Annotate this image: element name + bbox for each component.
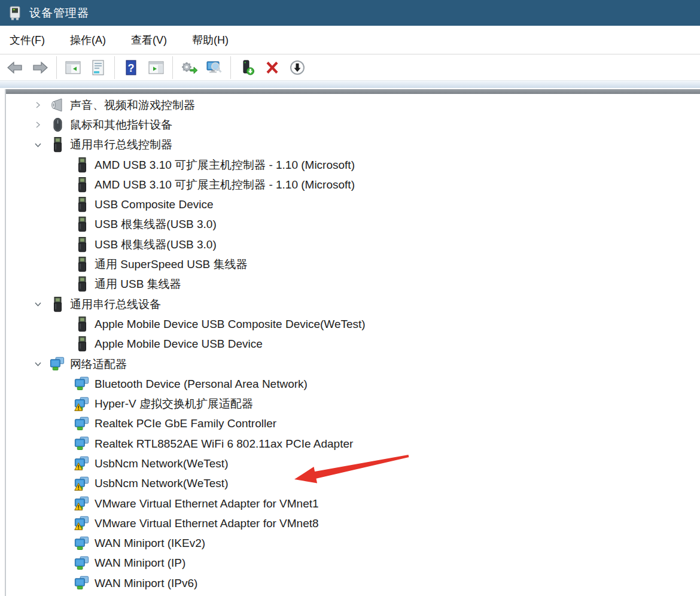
network-warning-icon: [74, 495, 90, 512]
tree-device-row[interactable]: Bluetooth Device (Personal Area Network): [6, 374, 700, 394]
properties-icon: [89, 59, 107, 77]
tree-device-row[interactable]: WAN Miniport (IKEv2): [6, 534, 700, 554]
device-label: WAN Miniport (IP): [95, 557, 185, 570]
device-label: Realtek RTL8852AE WiFi 6 802.11ax PCIe A…: [95, 437, 353, 451]
console-tree-icon: [64, 59, 82, 77]
tree-category-row[interactable]: 声音、视频和游戏控制器: [6, 95, 700, 115]
tree-category-row[interactable]: 通用串行总线设备: [6, 294, 700, 314]
add-drivers-icon: [238, 59, 256, 77]
device-label: 通用串行总线控制器: [70, 137, 172, 153]
forward-button[interactable]: [28, 56, 53, 80]
uninstall-device-icon: [263, 59, 281, 77]
toolbar-separator: [172, 56, 173, 79]
chevron-right-icon[interactable]: [32, 120, 42, 130]
network-icon: [74, 435, 90, 452]
device-tree: 声音、视频和游戏控制器鼠标和其他指针设备通用串行总线控制器AMD USB 3.1…: [6, 94, 700, 596]
device-label: USB 根集线器(USB 3.0): [95, 237, 217, 253]
tree-device-row[interactable]: USB 根集线器(USB 3.0): [6, 235, 700, 254]
device-label: WAN Miniport (IKEv2): [95, 537, 205, 550]
usb-icon: [74, 196, 90, 214]
help-button[interactable]: ?: [118, 56, 144, 80]
tree-device-row[interactable]: USB Composite Device: [6, 194, 700, 214]
network-icon: [74, 574, 90, 592]
device-label: 鼠标和其他指针设备: [70, 117, 172, 133]
disable-device-icon: [288, 59, 306, 77]
device-label: VMware Virtual Ethernet Adapter for VMne…: [95, 517, 319, 530]
properties-button[interactable]: [86, 56, 111, 80]
update-driver-button[interactable]: [176, 56, 202, 80]
title-bar: 设备管理器: [0, 0, 700, 26]
usb-icon: [74, 315, 90, 333]
usb-icon: [50, 296, 65, 313]
scan-hardware-changes-button[interactable]: [202, 56, 227, 80]
mouse-icon: [50, 116, 65, 133]
device-tree-panel: 声音、视频和游戏控制器鼠标和其他指针设备通用串行总线控制器AMD USB 3.1…: [0, 89, 700, 596]
chevron-down-icon[interactable]: [32, 299, 42, 309]
network-icon: [74, 375, 90, 393]
tree-device-row[interactable]: AMD USB 3.10 可扩展主机控制器 - 1.10 (Microsoft): [6, 175, 700, 194]
network-icon: [74, 535, 90, 552]
usb-icon: [74, 276, 90, 293]
window-title: 设备管理器: [29, 5, 89, 21]
usb-icon: [50, 136, 65, 154]
tree-device-row[interactable]: Realtek PCIe GbE Family Controller: [6, 414, 700, 434]
network-warning-icon: [74, 475, 90, 492]
device-label: WAN Miniport (IPv6): [95, 577, 197, 590]
speaker-icon: [50, 96, 65, 114]
tree-device-row[interactable]: VMware Virtual Ethernet Adapter for VMne…: [6, 513, 700, 533]
tree-device-row[interactable]: VMware Virtual Ethernet Adapter for VMne…: [6, 494, 700, 513]
tree-device-row[interactable]: Hyper-V 虚拟交换机扩展适配器: [6, 394, 700, 413]
tree-device-row[interactable]: 通用 USB 集线器: [6, 275, 700, 294]
forward-icon: [31, 59, 49, 77]
network-icon: [74, 415, 90, 433]
device-label: 声音、视频和游戏控制器: [70, 98, 195, 113]
show-hide-console-tree-button[interactable]: [60, 56, 86, 80]
menu-view[interactable]: 查看(V): [127, 30, 171, 50]
usb-icon: [74, 176, 90, 193]
menu-bar: 文件(F)操作(A)查看(V)帮助(H): [0, 26, 700, 54]
tree-device-row[interactable]: AMD USB 3.10 可扩展主机控制器 - 1.10 (Microsoft): [6, 155, 700, 175]
tree-category-row[interactable]: 通用串行总线控制器: [6, 135, 700, 155]
tree-device-row[interactable]: Apple Mobile Device USB Composite Device…: [6, 314, 700, 334]
menu-action[interactable]: 操作(A): [66, 30, 109, 50]
device-label: Hyper-V 虚拟交换机扩展适配器: [95, 396, 253, 412]
toolbar-separator: [56, 56, 57, 79]
tree-device-row[interactable]: UsbNcm Network(WeTest): [6, 474, 700, 494]
svg-text:?: ?: [128, 62, 135, 74]
network-icon: [74, 555, 90, 572]
tree-device-row[interactable]: 通用 SuperSpeed USB 集线器: [6, 254, 700, 274]
toolbar: ?: [0, 54, 700, 80]
menu-help[interactable]: 帮助(H): [188, 30, 232, 50]
show-hide-action-pane-button[interactable]: [144, 56, 169, 80]
tree-category-row[interactable]: 鼠标和其他指针设备: [6, 115, 700, 135]
usb-icon: [74, 336, 90, 353]
tree-device-row[interactable]: Realtek RTL8852AE WiFi 6 802.11ax PCIe A…: [6, 434, 700, 454]
menu-file[interactable]: 文件(F): [6, 30, 48, 50]
tree-device-row[interactable]: Apple Mobile Device USB Device: [6, 335, 700, 354]
uninstall-device-button[interactable]: [260, 56, 285, 80]
usb-icon: [74, 256, 90, 273]
tree-device-row[interactable]: [6, 593, 700, 596]
disable-device-button[interactable]: [285, 56, 310, 80]
tree-device-row[interactable]: UsbNcm Network(WeTest): [6, 454, 700, 473]
action-pane-icon: [147, 59, 165, 77]
device-label: UsbNcm Network(WeTest): [95, 477, 228, 490]
tree-device-row[interactable]: USB 根集线器(USB 3.0): [6, 215, 700, 235]
scan-hardware-icon: [205, 59, 223, 77]
toolbar-separator: [230, 56, 231, 79]
update-driver-icon: [180, 59, 198, 77]
tree-device-row[interactable]: WAN Miniport (IP): [6, 554, 700, 573]
toolbar-separator: [114, 56, 115, 79]
chevron-right-icon[interactable]: [32, 100, 42, 110]
device-label: 网络适配器: [70, 357, 127, 372]
network-icon: [50, 355, 65, 373]
chevron-down-icon[interactable]: [32, 359, 42, 369]
add-drivers-button[interactable]: [235, 56, 260, 80]
tree-category-row[interactable]: 网络适配器: [6, 354, 700, 374]
tree-device-row[interactable]: WAN Miniport (IPv6): [6, 573, 700, 593]
back-button[interactable]: [2, 56, 28, 80]
chevron-down-icon[interactable]: [32, 140, 42, 150]
usb-icon: [74, 236, 90, 253]
toolbar-strip: [0, 80, 700, 88]
device-label: Realtek PCIe GbE Family Controller: [95, 417, 276, 430]
